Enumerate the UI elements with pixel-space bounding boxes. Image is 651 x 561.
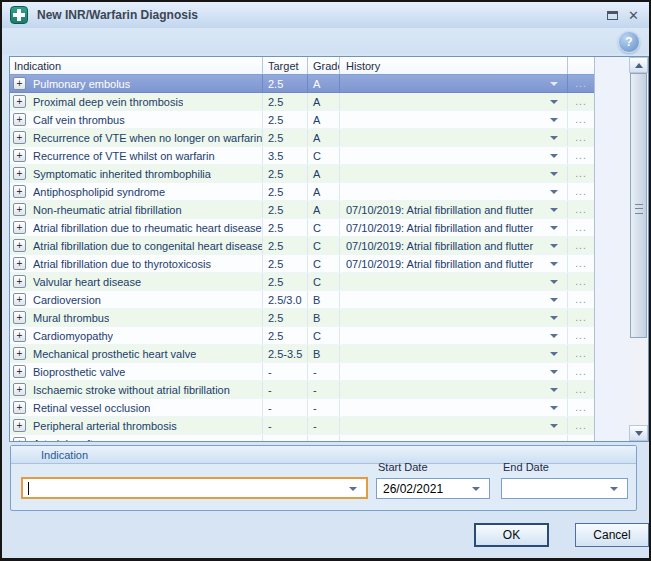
ok-button[interactable]: OK	[474, 523, 549, 547]
expand-row-button[interactable]: +	[13, 113, 26, 126]
vertical-scrollbar[interactable]	[629, 57, 648, 441]
table-row[interactable]: +Mechanical prosthetic heart valve2.5-3.…	[10, 345, 594, 363]
column-header-history[interactable]: History	[340, 57, 568, 74]
history-dropdown-arrow-icon[interactable]	[550, 190, 558, 194]
expand-row-button[interactable]: +	[13, 311, 26, 324]
history-cell[interactable]	[340, 435, 568, 441]
scrollbar-thumb[interactable]	[630, 73, 647, 338]
history-cell[interactable]	[340, 345, 568, 362]
table-row[interactable]: +Arterial grafts...	[10, 435, 594, 441]
history-dropdown-arrow-icon[interactable]	[550, 406, 558, 410]
history-dropdown-arrow-icon[interactable]	[550, 262, 558, 266]
history-cell[interactable]	[340, 327, 568, 344]
column-header-target[interactable]: Target	[263, 57, 308, 74]
table-row[interactable]: +Antiphospholipid syndrome2.5A...	[10, 183, 594, 201]
history-ellipsis-button[interactable]: ...	[568, 165, 594, 182]
expand-row-button[interactable]: +	[13, 275, 26, 288]
history-dropdown-arrow-icon[interactable]	[550, 244, 558, 248]
table-row[interactable]: +Non-rheumatic atrial fibrillation2.5A07…	[10, 201, 594, 219]
expand-row-button[interactable]: +	[13, 185, 26, 198]
chevron-down-icon[interactable]	[349, 487, 357, 491]
history-ellipsis-button[interactable]: ...	[568, 201, 594, 218]
history-dropdown-arrow-icon[interactable]	[550, 208, 558, 212]
history-dropdown-arrow-icon[interactable]	[550, 172, 558, 176]
history-ellipsis-button[interactable]: ...	[568, 309, 594, 326]
expand-row-button[interactable]: +	[13, 149, 26, 162]
history-cell[interactable]	[340, 399, 568, 416]
history-dropdown-arrow-icon[interactable]	[550, 298, 558, 302]
history-cell[interactable]	[340, 291, 568, 308]
table-row[interactable]: +Ischaemic stroke without atrial fibrill…	[10, 381, 594, 399]
table-row[interactable]: +Mural thrombus2.5B...	[10, 309, 594, 327]
history-ellipsis-button[interactable]: ...	[568, 435, 594, 441]
start-date-combobox[interactable]: 26/02/2021	[376, 478, 490, 499]
history-ellipsis-button[interactable]: ...	[568, 345, 594, 362]
history-ellipsis-button[interactable]: ...	[568, 147, 594, 164]
history-dropdown-arrow-icon[interactable]	[550, 370, 558, 374]
history-cell[interactable]	[340, 93, 568, 110]
table-row[interactable]: +Pulmonary embolus2.5A...	[10, 75, 594, 93]
close-icon[interactable]: ✕	[628, 9, 639, 22]
history-dropdown-arrow-icon[interactable]	[550, 424, 558, 428]
table-row[interactable]: +Peripheral arterial thrombosis--...	[10, 417, 594, 435]
history-dropdown-arrow-icon[interactable]	[550, 154, 558, 158]
minimize-icon[interactable]	[607, 11, 618, 20]
chevron-down-icon[interactable]	[472, 487, 480, 491]
history-cell[interactable]: 07/10/2019: Atrial fibrillation and flut…	[340, 255, 568, 272]
history-dropdown-arrow-icon[interactable]	[550, 280, 558, 284]
table-row[interactable]: +Calf vein thrombus2.5A...	[10, 111, 594, 129]
history-cell[interactable]	[340, 381, 568, 398]
history-ellipsis-button[interactable]: ...	[568, 237, 594, 254]
help-button[interactable]: ?	[618, 31, 640, 53]
history-cell[interactable]: 07/10/2019: Atrial fibrillation and flut…	[340, 219, 568, 236]
expand-row-button[interactable]: +	[13, 419, 26, 432]
expand-row-button[interactable]: +	[13, 329, 26, 342]
expand-row-button[interactable]: +	[13, 95, 26, 108]
expand-row-button[interactable]: +	[13, 167, 26, 180]
expand-row-button[interactable]: +	[13, 401, 26, 414]
history-cell[interactable]	[340, 183, 568, 200]
history-cell[interactable]	[340, 75, 568, 92]
history-ellipsis-button[interactable]: ...	[568, 417, 594, 434]
history-dropdown-arrow-icon[interactable]	[550, 388, 558, 392]
indication-combobox[interactable]	[21, 477, 368, 499]
history-ellipsis-button[interactable]: ...	[568, 381, 594, 398]
expand-row-button[interactable]: +	[13, 365, 26, 378]
expand-row-button[interactable]: +	[13, 437, 26, 441]
expand-row-button[interactable]: +	[13, 77, 26, 90]
history-dropdown-arrow-icon[interactable]	[550, 226, 558, 230]
history-dropdown-arrow-icon[interactable]	[550, 82, 558, 86]
table-row[interactable]: +Bioprosthetic valve--...	[10, 363, 594, 381]
column-header-grade[interactable]: Grade	[308, 57, 340, 74]
table-row[interactable]: +Cardiomyopathy2.5C...	[10, 327, 594, 345]
expand-row-button[interactable]: +	[13, 347, 26, 360]
chevron-down-icon[interactable]	[610, 487, 618, 491]
history-cell[interactable]	[340, 309, 568, 326]
expand-row-button[interactable]: +	[13, 203, 26, 216]
expand-row-button[interactable]: +	[13, 131, 26, 144]
history-ellipsis-button[interactable]: ...	[568, 75, 594, 92]
history-ellipsis-button[interactable]: ...	[568, 93, 594, 110]
history-cell[interactable]	[340, 147, 568, 164]
table-row[interactable]: +Proximal deep vein thrombosis2.5A...	[10, 93, 594, 111]
table-row[interactable]: +Retinal vessel occlusion--...	[10, 399, 594, 417]
history-cell[interactable]	[340, 111, 568, 128]
history-ellipsis-button[interactable]: ...	[568, 273, 594, 290]
expand-row-button[interactable]: +	[13, 293, 26, 306]
history-ellipsis-button[interactable]: ...	[568, 219, 594, 236]
scroll-up-button[interactable]	[629, 57, 648, 73]
history-ellipsis-button[interactable]: ...	[568, 399, 594, 416]
column-header-indication[interactable]: Indication	[10, 57, 263, 74]
history-cell[interactable]	[340, 129, 568, 146]
table-row[interactable]: +Valvular heart disease2.5C...	[10, 273, 594, 291]
history-ellipsis-button[interactable]: ...	[568, 255, 594, 272]
history-cell[interactable]: 07/10/2019: Atrial fibrillation and flut…	[340, 201, 568, 218]
history-ellipsis-button[interactable]: ...	[568, 129, 594, 146]
end-date-combobox[interactable]	[501, 478, 628, 499]
scroll-down-button[interactable]	[629, 425, 648, 441]
history-cell[interactable]	[340, 363, 568, 380]
history-cell[interactable]	[340, 165, 568, 182]
expand-row-button[interactable]: +	[13, 221, 26, 234]
history-ellipsis-button[interactable]: ...	[568, 183, 594, 200]
history-cell[interactable]	[340, 417, 568, 434]
